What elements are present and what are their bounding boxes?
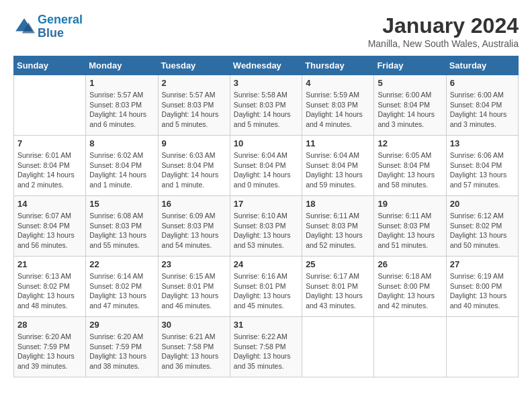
calendar-day: 18Sunrise: 6:11 AM Sunset: 8:03 PM Dayli…	[302, 196, 374, 257]
day-info: Sunrise: 6:15 AM Sunset: 8:01 PM Dayligh…	[162, 271, 226, 311]
calendar-table: SundayMondayTuesdayWednesdayThursdayFrid…	[13, 56, 519, 377]
day-number: 24	[234, 259, 298, 269]
day-number: 28	[17, 320, 82, 330]
day-number: 10	[234, 138, 298, 148]
day-info: Sunrise: 6:18 AM Sunset: 8:00 PM Dayligh…	[378, 271, 442, 311]
day-number: 14	[17, 199, 82, 209]
calendar-day: 25Sunrise: 6:17 AM Sunset: 8:01 PM Dayli…	[302, 257, 374, 317]
calendar-day: 15Sunrise: 6:08 AM Sunset: 8:03 PM Dayli…	[86, 196, 158, 257]
day-info: Sunrise: 6:03 AM Sunset: 8:04 PM Dayligh…	[162, 150, 226, 190]
calendar-day: 12Sunrise: 6:05 AM Sunset: 8:04 PM Dayli…	[374, 136, 446, 196]
calendar-day: 7Sunrise: 6:01 AM Sunset: 8:04 PM Daylig…	[14, 136, 86, 196]
day-info: Sunrise: 6:13 AM Sunset: 8:02 PM Dayligh…	[17, 271, 82, 311]
day-info: Sunrise: 6:10 AM Sunset: 8:03 PM Dayligh…	[234, 211, 298, 250]
logo-line1: General	[38, 13, 83, 26]
day-number: 13	[450, 138, 515, 148]
calendar-day: 30Sunrise: 6:21 AM Sunset: 7:58 PM Dayli…	[158, 317, 230, 377]
logo-line2: Blue	[38, 26, 64, 40]
calendar-day: 24Sunrise: 6:16 AM Sunset: 8:01 PM Dayli…	[230, 257, 302, 317]
day-info: Sunrise: 5:57 AM Sunset: 8:03 PM Dayligh…	[89, 90, 154, 130]
day-info: Sunrise: 6:01 AM Sunset: 8:04 PM Dayligh…	[17, 150, 82, 190]
header-thursday: Thursday	[302, 56, 374, 75]
calendar-day	[374, 317, 446, 377]
day-info: Sunrise: 6:04 AM Sunset: 8:04 PM Dayligh…	[306, 150, 370, 190]
calendar-day	[14, 75, 86, 136]
header-sunday: Sunday	[14, 56, 86, 75]
day-number: 19	[378, 199, 442, 209]
calendar-day: 9Sunrise: 6:03 AM Sunset: 8:04 PM Daylig…	[158, 136, 230, 196]
day-info: Sunrise: 6:20 AM Sunset: 7:59 PM Dayligh…	[89, 332, 154, 371]
day-number: 15	[89, 199, 154, 209]
calendar-day: 6Sunrise: 6:00 AM Sunset: 8:04 PM Daylig…	[446, 75, 518, 136]
calendar-day: 2Sunrise: 5:57 AM Sunset: 8:03 PM Daylig…	[158, 75, 230, 136]
header-wednesday: Wednesday	[230, 56, 302, 75]
day-info: Sunrise: 6:17 AM Sunset: 8:01 PM Dayligh…	[306, 271, 370, 311]
day-number: 21	[17, 259, 82, 269]
day-number: 25	[306, 259, 370, 269]
day-number: 11	[306, 138, 370, 148]
calendar-day	[446, 317, 518, 377]
day-info: Sunrise: 6:19 AM Sunset: 8:00 PM Dayligh…	[450, 271, 515, 311]
day-info: Sunrise: 5:59 AM Sunset: 8:03 PM Dayligh…	[306, 90, 370, 130]
page-header: General Blue January 2024 Manilla, New S…	[13, 13, 519, 49]
title-block: January 2024 Manilla, New South Wales, A…	[368, 13, 519, 49]
calendar-day: 29Sunrise: 6:20 AM Sunset: 7:59 PM Dayli…	[86, 317, 158, 377]
day-info: Sunrise: 6:04 AM Sunset: 8:04 PM Dayligh…	[234, 150, 298, 190]
calendar-day: 19Sunrise: 6:11 AM Sunset: 8:03 PM Dayli…	[374, 196, 446, 257]
calendar-day: 4Sunrise: 5:59 AM Sunset: 8:03 PM Daylig…	[302, 75, 374, 136]
calendar-day: 26Sunrise: 6:18 AM Sunset: 8:00 PM Dayli…	[374, 257, 446, 317]
calendar-header-row: SundayMondayTuesdayWednesdayThursdayFrid…	[14, 56, 519, 75]
day-number: 26	[378, 259, 442, 269]
calendar-day: 27Sunrise: 6:19 AM Sunset: 8:00 PM Dayli…	[446, 257, 518, 317]
calendar-day	[302, 317, 374, 377]
calendar-week-row: 1Sunrise: 5:57 AM Sunset: 8:03 PM Daylig…	[14, 75, 519, 136]
calendar-day: 23Sunrise: 6:15 AM Sunset: 8:01 PM Dayli…	[158, 257, 230, 317]
day-number: 18	[306, 199, 370, 209]
logo-text: General Blue	[38, 13, 83, 40]
header-monday: Monday	[86, 56, 158, 75]
calendar-day: 28Sunrise: 6:20 AM Sunset: 7:59 PM Dayli…	[14, 317, 86, 377]
day-info: Sunrise: 6:00 AM Sunset: 8:04 PM Dayligh…	[378, 90, 442, 130]
day-info: Sunrise: 6:05 AM Sunset: 8:04 PM Dayligh…	[378, 150, 442, 190]
calendar-day: 14Sunrise: 6:07 AM Sunset: 8:04 PM Dayli…	[14, 196, 86, 257]
day-number: 31	[234, 320, 298, 330]
calendar-day: 8Sunrise: 6:02 AM Sunset: 8:04 PM Daylig…	[86, 136, 158, 196]
month-title: January 2024	[368, 13, 519, 38]
header-saturday: Saturday	[446, 56, 518, 75]
day-info: Sunrise: 6:20 AM Sunset: 7:59 PM Dayligh…	[17, 332, 82, 371]
day-number: 30	[162, 320, 226, 330]
day-number: 9	[162, 138, 226, 148]
day-number: 27	[450, 259, 515, 269]
day-number: 12	[378, 138, 442, 148]
calendar-day: 17Sunrise: 6:10 AM Sunset: 8:03 PM Dayli…	[230, 196, 302, 257]
day-number: 20	[450, 199, 515, 209]
day-info: Sunrise: 6:14 AM Sunset: 8:02 PM Dayligh…	[89, 271, 154, 311]
calendar-day: 13Sunrise: 6:06 AM Sunset: 8:04 PM Dayli…	[446, 136, 518, 196]
day-info: Sunrise: 6:16 AM Sunset: 8:01 PM Dayligh…	[234, 271, 298, 311]
day-number: 22	[89, 259, 154, 269]
calendar-day: 3Sunrise: 5:58 AM Sunset: 8:03 PM Daylig…	[230, 75, 302, 136]
day-number: 17	[234, 199, 298, 209]
calendar-day: 1Sunrise: 5:57 AM Sunset: 8:03 PM Daylig…	[86, 75, 158, 136]
calendar-week-row: 21Sunrise: 6:13 AM Sunset: 8:02 PM Dayli…	[14, 257, 519, 317]
calendar-day: 31Sunrise: 6:22 AM Sunset: 7:58 PM Dayli…	[230, 317, 302, 377]
day-info: Sunrise: 6:11 AM Sunset: 8:03 PM Dayligh…	[378, 211, 442, 250]
day-info: Sunrise: 6:22 AM Sunset: 7:58 PM Dayligh…	[234, 332, 298, 371]
day-info: Sunrise: 6:11 AM Sunset: 8:03 PM Dayligh…	[306, 211, 370, 250]
header-tuesday: Tuesday	[158, 56, 230, 75]
calendar-week-row: 28Sunrise: 6:20 AM Sunset: 7:59 PM Dayli…	[14, 317, 519, 377]
logo: General Blue	[13, 13, 83, 40]
header-friday: Friday	[374, 56, 446, 75]
day-info: Sunrise: 6:02 AM Sunset: 8:04 PM Dayligh…	[89, 150, 154, 190]
day-number: 29	[89, 320, 154, 330]
calendar-day: 20Sunrise: 6:12 AM Sunset: 8:02 PM Dayli…	[446, 196, 518, 257]
day-number: 3	[234, 78, 298, 88]
day-number: 7	[17, 138, 82, 148]
day-number: 1	[89, 78, 154, 88]
calendar-week-row: 7Sunrise: 6:01 AM Sunset: 8:04 PM Daylig…	[14, 136, 519, 196]
day-info: Sunrise: 6:09 AM Sunset: 8:03 PM Dayligh…	[162, 211, 226, 250]
calendar-week-row: 14Sunrise: 6:07 AM Sunset: 8:04 PM Dayli…	[14, 196, 519, 257]
calendar-day: 5Sunrise: 6:00 AM Sunset: 8:04 PM Daylig…	[374, 75, 446, 136]
day-number: 4	[306, 78, 370, 88]
logo-icon	[13, 16, 35, 38]
